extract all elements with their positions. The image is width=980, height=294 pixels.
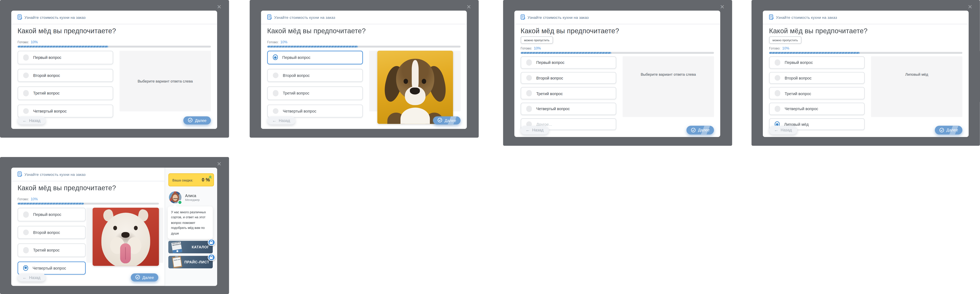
skip-badge: можно пропустить (769, 36, 801, 44)
answer-option[interactable]: Четвертый вопрос (267, 104, 363, 118)
answer-option[interactable]: Первый вопрос (769, 56, 865, 68)
quiz-header: Узнайте стоимость кухни на заказ (521, 13, 589, 21)
next-button[interactable]: Далее (433, 116, 461, 124)
answer-option[interactable]: Третий вопрос (18, 243, 86, 257)
catalog-thumb-text: СКАЧАЙТЕ БЕСПЛАТНО (172, 242, 182, 246)
close-icon[interactable]: ✕ (217, 161, 221, 167)
progress-label: Готово: (18, 40, 29, 44)
manager-speech-bubble: У нас много различных сортов, и ответ на… (168, 207, 213, 239)
discount-up-icon (208, 175, 212, 179)
progress-value: 10% (31, 40, 38, 44)
next-button[interactable]: Далее (687, 126, 714, 134)
answer-options: Первый вопрос Второй вопрос Третий вопро… (521, 56, 616, 133)
back-button[interactable]: ←Назад (267, 116, 295, 124)
progress-bar (521, 52, 714, 54)
close-icon[interactable]: ✕ (968, 5, 973, 10)
radio-icon (23, 108, 29, 114)
answer-option-selected[interactable]: Первый вопрос (267, 51, 363, 64)
header-divider (514, 24, 721, 24)
quiz-modal: Узнайте стоимость кухни на заказ Какой м… (763, 11, 969, 137)
check-circle-icon (939, 127, 944, 132)
answer-option[interactable]: Первый вопрос (18, 51, 113, 64)
quiz-modal: Узнайте стоимость кухни на заказ Какой м… (514, 11, 721, 137)
answer-option-label: Третий вопрос (283, 91, 309, 95)
progress-caption: Готово: 10% (18, 40, 38, 44)
header-divider (261, 24, 467, 24)
answer-panel-text: Липовый мёд (905, 73, 928, 76)
answer-option[interactable]: Четвертый вопрос (18, 104, 113, 118)
answer-option[interactable]: Первый вопрос (521, 56, 616, 68)
close-icon[interactable]: ✕ (720, 5, 725, 10)
quiz-header-title: Узнайте стоимость кухни на заказ (527, 16, 589, 19)
progress-bar (267, 45, 461, 48)
radio-icon (526, 90, 532, 96)
back-arrow-icon: ← (22, 118, 27, 122)
answer-options: Первый вопрос Второй вопрос Третий вопро… (18, 208, 86, 279)
question-title: Какой мёд вы предпочитаете? (18, 184, 116, 191)
answer-option-label: Первый вопрос (785, 60, 813, 65)
answer-option-label: Первый вопрос (282, 55, 310, 60)
pricelist-banner[interactable]: Прайс-лист ПРАЙС-ЛИСТ (169, 256, 213, 269)
close-icon[interactable]: ✕ (217, 5, 221, 10)
back-button[interactable]: ←Назад (18, 273, 45, 281)
progress-label: Готово: (267, 40, 278, 44)
answer-option[interactable]: Второй вопрос (521, 72, 616, 84)
radio-icon (774, 106, 780, 112)
progress-value: 10% (782, 46, 789, 50)
answer-option[interactable]: Четвертый вопрос (769, 103, 865, 115)
answer-option[interactable]: Третий вопрос (267, 86, 363, 100)
answer-option[interactable]: Третий вопрос (18, 86, 113, 100)
answer-option[interactable]: Второй вопрос (267, 68, 363, 82)
quiz-doc-icon (769, 14, 774, 20)
catalog-banner-background: СКАЧАЙТЕ БЕСПЛАТНО КАТАЛОГ (169, 241, 213, 253)
quiz-header: Узнайте стоимость кухни на заказ (267, 13, 335, 21)
answer-option[interactable]: Второй вопрос (769, 72, 865, 84)
answer-option-label: Второй вопрос (33, 73, 60, 78)
check-circle-icon (691, 127, 696, 132)
next-button[interactable]: Далее (131, 273, 158, 281)
answer-option[interactable]: Первый вопрос (18, 208, 86, 221)
catalog-brochure-thumb: СКАЧАЙТЕ БЕСПЛАТНО (172, 241, 183, 253)
radio-icon (23, 247, 29, 253)
answer-option[interactable]: Третий вопрос (521, 87, 616, 99)
radio-icon (23, 54, 29, 60)
back-arrow-icon: ← (22, 275, 27, 280)
back-arrow-icon: ← (526, 128, 530, 132)
back-button[interactable]: ←Назад (521, 126, 549, 134)
check-circle-icon (438, 118, 442, 123)
radio-icon (774, 75, 780, 81)
answer-option[interactable]: Третий вопрос (769, 87, 865, 99)
answer-option-label: Первый вопрос (33, 212, 62, 217)
close-icon[interactable]: ✕ (466, 5, 471, 10)
header-divider (11, 181, 164, 181)
answer-options: Первый вопрос Второй вопрос Третий вопро… (18, 51, 113, 122)
back-button[interactable]: ←Назад (18, 116, 45, 124)
back-button[interactable]: ←Назад (769, 126, 797, 134)
quiz-header-title: Узнайте стоимость кухни на заказ (24, 172, 86, 176)
answer-option[interactable]: Второй вопрос (18, 68, 113, 82)
radio-icon (23, 72, 29, 78)
radio-icon (23, 211, 29, 218)
answer-option-selected[interactable]: Четвертый вопрос (18, 261, 86, 275)
answer-option-label: Первый вопрос (536, 60, 565, 65)
answer-option[interactable]: Второй вопрос (18, 226, 86, 239)
beagle-dog-photo (377, 51, 453, 124)
quiz-doc-icon (267, 14, 272, 20)
answer-option-label: Первый вопрос (33, 55, 62, 60)
progress-bar-fill (521, 52, 612, 54)
check-circle-icon (188, 118, 193, 123)
radio-icon (774, 90, 780, 96)
next-button[interactable]: Далее (183, 116, 211, 124)
answer-option-label: Четвертый вопрос (785, 106, 818, 111)
radio-checked-icon (23, 265, 28, 270)
question-title: Какой мёд вы предпочитаете? (521, 27, 619, 34)
progress-bar-fill (267, 45, 358, 48)
online-status-dot (178, 200, 182, 205)
question-title: Какой мёд вы предпочитаете? (267, 27, 366, 34)
manager-role: Менеджер (185, 198, 200, 202)
catalog-banner[interactable]: СКАЧАЙТЕ БЕСПЛАТНО КАТАЛОГ (169, 241, 213, 253)
progress-caption: Готово: 10% (769, 46, 789, 50)
answer-option[interactable]: Четвертый вопрос (521, 103, 616, 115)
next-button[interactable]: Далее (935, 126, 963, 134)
answer-option-label: Третий вопрос (33, 91, 60, 95)
